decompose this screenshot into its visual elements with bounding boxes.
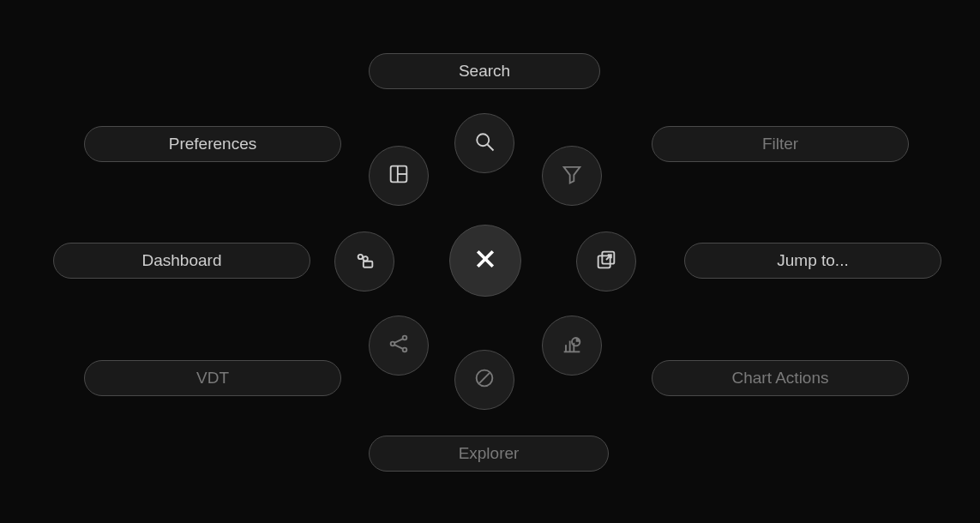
share-icon — [387, 332, 411, 359]
pill-text: Chart Actions — [732, 369, 829, 388]
close-icon — [472, 246, 498, 275]
svg-point-5 — [358, 255, 363, 259]
dashboard-icon — [352, 248, 376, 275]
radial-menu: Search Preferences Filter Dashboard Jump… — [0, 0, 980, 523]
pill-text: VDT — [196, 369, 229, 388]
svg-line-1 — [488, 145, 494, 151]
pill-text: Search — [459, 62, 510, 81]
svg-point-0 — [477, 134, 489, 146]
chartactions-button[interactable] — [542, 316, 602, 376]
chart-icon — [560, 332, 584, 359]
svg-point-6 — [363, 256, 367, 261]
svg-point-21 — [572, 338, 580, 346]
pill-text: Explorer — [459, 444, 520, 463]
dashboard-button[interactable] — [334, 231, 394, 292]
explorer-button[interactable] — [454, 350, 514, 410]
svg-line-16 — [394, 345, 403, 349]
pill-text: Dashboard — [142, 251, 222, 270]
close-button[interactable] — [449, 225, 521, 297]
jumpto-label[interactable]: Jump to... — [684, 243, 941, 279]
svg-point-13 — [403, 336, 407, 340]
open-external-icon — [594, 248, 618, 275]
pill-text: Filter — [762, 135, 798, 153]
preferences-button[interactable] — [369, 146, 429, 206]
jumpto-button[interactable] — [576, 231, 636, 292]
explorer-label[interactable]: Explorer — [369, 436, 609, 472]
compass-icon — [472, 366, 496, 394]
pill-text: Jump to... — [777, 251, 848, 270]
filter-label[interactable]: Filter — [652, 126, 909, 162]
pill-text: Preferences — [169, 135, 256, 153]
search-icon — [472, 129, 496, 157]
filter-button[interactable] — [542, 146, 602, 206]
search-button[interactable] — [454, 113, 514, 173]
funnel-icon — [560, 162, 584, 189]
dashboard-label[interactable]: Dashboard — [53, 243, 310, 279]
grid-icon — [387, 162, 411, 189]
vdt-label[interactable]: VDT — [84, 360, 341, 396]
svg-point-12 — [391, 342, 395, 346]
svg-point-14 — [403, 348, 407, 352]
vdt-button[interactable] — [369, 316, 429, 376]
svg-rect-7 — [364, 262, 373, 268]
chartactions-label[interactable]: Chart Actions — [652, 360, 909, 396]
svg-line-15 — [394, 339, 403, 343]
preferences-label[interactable]: Preferences — [84, 126, 341, 162]
search-label[interactable]: Search — [369, 53, 600, 89]
svg-line-23 — [479, 373, 490, 383]
